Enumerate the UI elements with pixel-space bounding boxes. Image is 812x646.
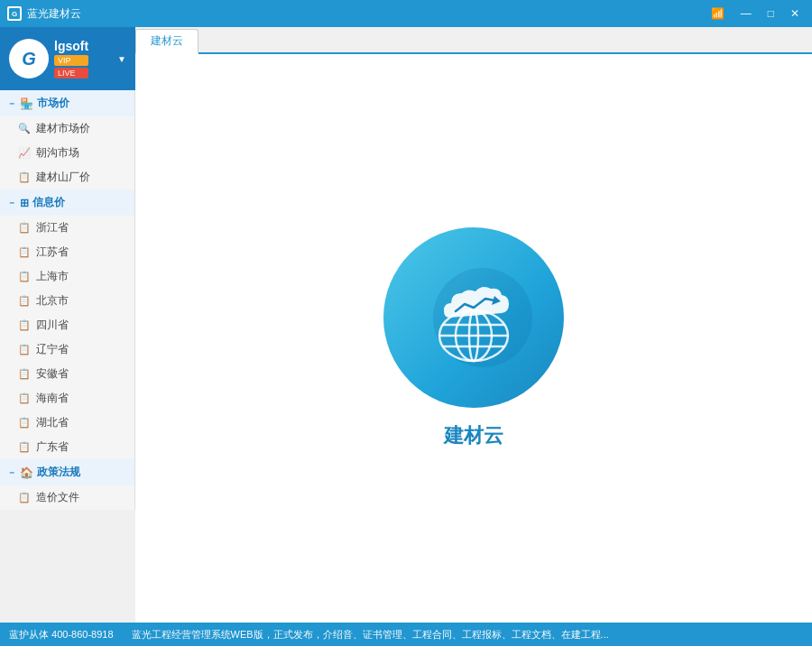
sidebar-item-zaojia[interactable]: 📋 造价文件 xyxy=(0,485,134,510)
item-label-factory: 建材山厂价 xyxy=(36,170,90,185)
xinxi-section-icon: ⊞ xyxy=(20,197,29,209)
cloud-circle xyxy=(383,227,564,408)
search-icon: 🔍 xyxy=(18,123,31,134)
minimize-button[interactable]: — xyxy=(735,5,757,22)
main-wrapper: G lgsoft VIP LIVE ▼ － 🏪 xyxy=(0,27,812,623)
item-label-zaojia: 造价文件 xyxy=(36,490,79,505)
sidebar-item-shanghai[interactable]: 📋 上海市 xyxy=(0,264,134,289)
cloud-logo-container: 建材云 xyxy=(383,227,564,449)
svg-text:G: G xyxy=(12,10,17,18)
sidebar-item-factory[interactable]: 📋 建材山厂价 xyxy=(0,165,134,189)
item-label-hubei: 湖北省 xyxy=(36,415,69,430)
item-label-beijing: 北京市 xyxy=(36,293,69,309)
title-bar: G 蓝光建材云 📶 — □ ✕ xyxy=(0,0,812,27)
policy-section-icon: 🏠 xyxy=(20,466,33,479)
tab-jiancaiyun-label: 建材云 xyxy=(151,34,183,47)
collapse-icon-xinxi: － xyxy=(7,197,16,209)
sidebar-item-zhejiang[interactable]: 📋 浙江省 xyxy=(0,216,134,240)
list-icon-jiangsu: 📋 xyxy=(18,246,31,258)
item-label-zhejiang: 浙江省 xyxy=(36,220,69,235)
tab-jiancaiyun[interactable]: 建材云 xyxy=(135,29,198,54)
sidebar-item-guangdong[interactable]: 📋 广东省 xyxy=(0,435,134,459)
tab-bar: 建材云 xyxy=(135,27,812,54)
sidebar-item-hubei[interactable]: 📋 湖北省 xyxy=(0,411,134,435)
item-label-liaoning: 辽宁省 xyxy=(36,342,69,357)
list-icon-shanghai: 📋 xyxy=(18,271,31,282)
policy-section-label: 政策法规 xyxy=(37,465,80,480)
logo-name: lgsoft xyxy=(54,39,88,53)
item-label-anhui: 安徽省 xyxy=(36,366,69,382)
list-icon-hainan: 📋 xyxy=(18,392,31,404)
list-icon-zaojia: 📋 xyxy=(18,492,31,503)
market-section-label: 市场价 xyxy=(37,96,69,111)
collapse-icon-policy: － xyxy=(7,466,16,479)
sidebar-full: G lgsoft VIP LIVE ▼ － 🏪 xyxy=(0,27,135,623)
sidebar-header: G lgsoft VIP LIVE ▼ xyxy=(0,27,135,90)
sidebar-item-anhui[interactable]: 📋 安徽省 xyxy=(0,362,134,386)
list-icon-hubei: 📋 xyxy=(18,417,31,429)
badge-vip: VIP xyxy=(54,55,88,66)
item-label-chaogou: 朝沟市场 xyxy=(36,145,79,161)
sidebar-item-hainan[interactable]: 📋 海南省 xyxy=(0,386,134,411)
sidebar-item-chaogou[interactable]: 📈 朝沟市场 xyxy=(0,141,134,165)
right-panel: 建材云 xyxy=(135,27,812,623)
list-icon-liaoning: 📋 xyxy=(18,344,31,355)
title-bar-left: G 蓝光建材云 xyxy=(7,6,81,22)
sidebar-item-liaoning[interactable]: 📋 辽宁省 xyxy=(0,337,134,362)
item-label-guangdong: 广东省 xyxy=(36,439,69,455)
status-left: 蓝护从体 400-860-8918 xyxy=(9,628,114,641)
item-label-sichuan: 四川省 xyxy=(36,318,69,333)
market-section-icon: 🏪 xyxy=(20,97,33,110)
close-button[interactable]: ✕ xyxy=(785,5,805,22)
status-bar: 蓝护从体 400-860-8918 蓝光工程经营管理系统WEB版，正式发布，介绍… xyxy=(0,623,812,646)
main-body: 建材云 xyxy=(135,54,812,623)
list-icon-sichuan: 📋 xyxy=(18,319,31,331)
collapse-icon-market: － xyxy=(7,97,16,110)
cloud-label: 建材云 xyxy=(444,422,503,449)
list-icon-anhui: 📋 xyxy=(18,368,31,380)
item-label-jiancai-market: 建材市场价 xyxy=(36,121,90,136)
item-label-jiangsu: 江苏省 xyxy=(36,245,69,260)
sidebar-item-beijing[interactable]: 📋 北京市 xyxy=(0,289,134,313)
item-label-hainan: 海南省 xyxy=(36,391,69,406)
app-container: G lgsoft VIP LIVE ▼ － 🏪 xyxy=(0,27,812,646)
list-icon-zhejiang: 📋 xyxy=(18,222,31,234)
sidebar-item-jiangsu[interactable]: 📋 江苏省 xyxy=(0,240,134,264)
logo-circle: G xyxy=(9,39,49,78)
sidebar-section-market[interactable]: － 🏪 市场价 xyxy=(0,90,134,116)
title-bar-controls: 📶 — □ ✕ xyxy=(706,5,805,22)
sidebar-item-jiancai-market[interactable]: 🔍 建材市场价 xyxy=(0,116,134,141)
list-icon-factory: 📋 xyxy=(18,171,31,183)
sidebar-nav: － 🏪 市场价 🔍 建材市场价 📈 朝沟市场 📋 建材山厂价 xyxy=(0,90,135,510)
wifi-icon[interactable]: 📶 xyxy=(706,5,730,22)
trend-icon: 📈 xyxy=(18,147,31,159)
restore-button[interactable]: □ xyxy=(762,5,780,22)
xinxi-section-label: 信息价 xyxy=(32,195,65,210)
logo-letter: G xyxy=(22,49,36,69)
list-icon-beijing: 📋 xyxy=(18,295,31,307)
sidebar-item-sichuan[interactable]: 📋 四川省 xyxy=(0,313,134,337)
list-icon-guangdong: 📋 xyxy=(18,441,31,453)
sidebar-section-xinxi[interactable]: － ⊞ 信息价 xyxy=(0,189,134,216)
badge-live: LIVE xyxy=(54,68,88,78)
sidebar-collapse-arrow[interactable]: ▼ xyxy=(117,54,126,64)
app-icon: G xyxy=(7,6,22,21)
status-right: 蓝光工程经营管理系统WEB版，正式发布，介绍音、证书管理、工程合同、工程报标、工… xyxy=(132,628,803,641)
app-title: 蓝光建材云 xyxy=(27,6,81,22)
item-label-shanghai: 上海市 xyxy=(36,269,69,284)
sidebar-section-policy[interactable]: － 🏠 政策法规 xyxy=(0,459,134,485)
